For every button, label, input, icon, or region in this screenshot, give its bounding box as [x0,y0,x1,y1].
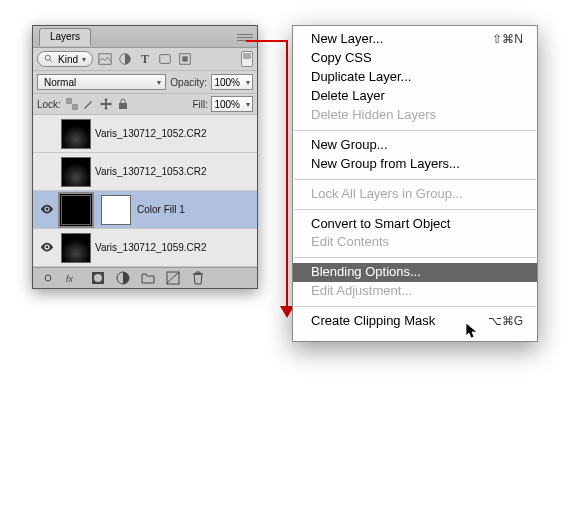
menu-item: Delete Hidden Layers [293,106,537,125]
menu-item-shortcut: ⇧⌘N [492,33,523,47]
layer-name[interactable]: Color Fill 1 [137,204,185,215]
menu-item[interactable]: New Group... [293,136,537,155]
menu-item-label: Delete Layer [311,89,385,104]
menu-item-label: New Group... [311,138,388,153]
menu-item[interactable]: Blending Options... [293,263,537,282]
menu-item: Edit Contents [293,233,537,252]
menu-item-label: Copy CSS [311,51,372,66]
visibility-toggle[interactable] [33,202,61,218]
lock-all-icon[interactable] [117,98,129,110]
menu-item-label: Blending Options... [311,265,421,280]
callout-arrow [286,40,288,312]
new-layer-icon[interactable] [166,271,180,285]
svg-text:fx: fx [66,274,73,284]
eye-icon [40,202,54,218]
blend-row: Normal Opacity: 100% [33,71,257,94]
fill-input[interactable]: 100% [211,96,253,112]
layers-panel: Layers Kind ▾ T Normal Opacity: 100% Loc… [32,25,258,289]
svg-point-0 [45,55,50,60]
menu-item[interactable]: Delete Layer [293,87,537,106]
svg-rect-8 [72,104,78,110]
adjustment-icon[interactable] [116,271,130,285]
layer-row[interactable]: Varis_130712_1052.CR2 [33,115,257,153]
layer-row[interactable]: Color Fill 1 [33,191,257,229]
menu-item[interactable]: Convert to Smart Object [293,215,537,234]
menu-item-shortcut: ⌥⌘G [488,315,523,329]
svg-point-14 [94,274,102,282]
opacity-label: Opacity: [170,77,207,88]
visibility-toggle[interactable] [33,240,61,256]
eye-icon [40,240,54,256]
group-icon[interactable] [141,271,155,285]
filter-toggle[interactable] [241,51,253,67]
layers-tab[interactable]: Layers [39,28,91,46]
menu-item-label: New Group from Layers... [311,157,460,172]
menu-item-label: Convert to Smart Object [311,217,450,232]
filter-kind-label: Kind [58,54,78,65]
adjust-icon[interactable] [118,52,132,66]
filter-kind-select[interactable]: Kind ▾ [37,51,93,67]
mask-thumbnail[interactable] [101,195,131,225]
menu-item: Lock All Layers in Group... [293,185,537,204]
fill-label: Fill: [192,99,208,110]
panel-bottom: fx [33,267,257,288]
panel-menu-icon[interactable] [237,30,253,44]
menu-item-label: New Layer... [311,32,383,47]
menu-separator [294,130,536,131]
cursor-icon [466,323,480,341]
layer-name[interactable]: Varis_130712_1059.CR2 [95,242,207,253]
menu-separator [294,209,536,210]
type-icon[interactable]: T [138,52,152,66]
menu-item[interactable]: New Layer...⇧⌘N [293,30,537,49]
menu-item[interactable]: Create Clipping Mask⌥⌘G [293,312,537,331]
menu-item[interactable]: New Group from Layers... [293,155,537,174]
filter-icons: T [98,52,192,66]
layer-thumbnail[interactable] [61,157,91,187]
opacity-input[interactable]: 100% [211,74,253,90]
layer-list: Varis_130712_1052.CR2Varis_130712_1053.C… [33,115,257,267]
menu-separator [294,179,536,180]
menu-separator [294,306,536,307]
torn-edge [290,400,540,500]
blend-mode-select[interactable]: Normal [37,74,166,90]
layer-thumbnail[interactable] [61,195,91,225]
menu-item[interactable]: Duplicate Layer... [293,68,537,87]
lock-row: Lock: Fill: 100% [33,94,257,115]
menu-item-label: Lock All Layers in Group... [311,187,463,202]
svg-rect-7 [66,98,72,104]
menu-separator [294,257,536,258]
svg-rect-4 [160,55,171,64]
svg-rect-9 [119,103,127,109]
menu-item[interactable]: Copy CSS [293,49,537,68]
layer-thumbnail[interactable] [61,233,91,263]
layer-row[interactable]: Varis_130712_1059.CR2 [33,229,257,267]
svg-point-10 [46,207,49,210]
panel-tabbar: Layers [33,26,257,48]
panel-flyout-menu: New Layer...⇧⌘NCopy CSSDuplicate Layer..… [292,25,538,342]
menu-item-label: Duplicate Layer... [311,70,411,85]
layer-name[interactable]: Varis_130712_1052.CR2 [95,128,207,139]
layer-name[interactable]: Varis_130712_1053.CR2 [95,166,207,177]
svg-rect-6 [182,56,187,61]
menu-item-label: Delete Hidden Layers [311,108,436,123]
menu-item: Edit Adjustment... [293,282,537,301]
shape-icon[interactable] [158,52,172,66]
svg-line-1 [50,60,53,63]
image-icon[interactable] [98,52,112,66]
menu-item-label: Edit Adjustment... [311,284,412,299]
trash-icon[interactable] [191,271,205,285]
menu-item-label: Create Clipping Mask [311,314,435,329]
layer-row[interactable]: Varis_130712_1053.CR2 [33,153,257,191]
link-icon[interactable] [41,271,55,285]
layer-thumbnail[interactable] [61,119,91,149]
fx-icon[interactable]: fx [66,271,80,285]
lock-brush-icon[interactable] [83,98,95,110]
lock-label: Lock: [37,99,61,110]
filter-row: Kind ▾ T [33,48,257,71]
menu-item-label: Edit Contents [311,235,389,250]
lock-move-icon[interactable] [100,98,112,110]
svg-point-11 [46,245,49,248]
smart-icon[interactable] [178,52,192,66]
lock-trans-icon[interactable] [66,98,78,110]
mask-icon[interactable] [91,271,105,285]
